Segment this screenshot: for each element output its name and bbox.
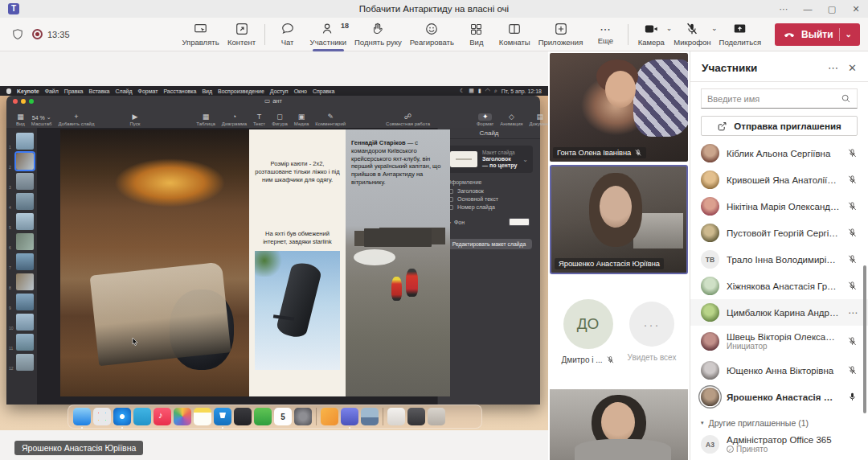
raise-hand-button[interactable]: Поднять руку	[350, 18, 406, 51]
slide-thumb-8[interactable]: 8	[16, 273, 34, 290]
slide-thumb-7[interactable]: 7	[16, 253, 34, 270]
video-tile-gonta[interactable]: Гонта Олена Іванівна	[550, 53, 688, 162]
menubar-item-help[interactable]: Справка	[313, 88, 334, 94]
background-row[interactable]: ▾ Фон	[448, 218, 530, 226]
see-all-button[interactable]: ··· Увидеть всех	[628, 302, 677, 362]
slide-thumb-1[interactable]: 1	[16, 133, 34, 150]
menubar-item-arrange[interactable]: Расстановка	[163, 88, 196, 94]
slide-thumb-5[interactable]: 5	[16, 213, 34, 230]
participant-row[interactable]: Кіблик Альона Сергіївна	[690, 140, 868, 166]
dock-calendar-icon[interactable]: 5	[274, 408, 292, 425]
window-maximize-button[interactable]: ▢	[820, 0, 844, 18]
other-invited-section[interactable]: ▾ Другие приглашенные (1)	[690, 410, 868, 431]
participant-row-self[interactable]: Ярошенко Анастасія Юріївна	[690, 384, 868, 410]
dock-finder-icon[interactable]	[73, 408, 91, 425]
react-button[interactable]: Вид Реагировать	[406, 18, 458, 51]
slide-thumb-10[interactable]: 10	[16, 314, 34, 331]
share-button[interactable]: Поделиться	[715, 18, 765, 51]
menubar-item-keynote[interactable]: Keynote	[17, 88, 39, 94]
video-tile-bottom[interactable]	[550, 389, 688, 460]
view-button[interactable]: Вид	[458, 18, 495, 51]
slide-number-checkbox[interactable]: Номер слайда	[448, 204, 530, 210]
dock-telegram-icon[interactable]	[133, 408, 151, 425]
leave-chevron-icon[interactable]: ⌄	[845, 30, 852, 39]
keynote-add-slide-button[interactable]: +Добавить слайд	[59, 113, 95, 126]
keynote-zoom-control[interactable]: 54 %⌄Масштаб	[31, 114, 52, 126]
content-button[interactable]: Контент	[223, 18, 260, 51]
traffic-lights[interactable]	[13, 99, 34, 104]
slide-thumb-12[interactable]: 12	[16, 354, 34, 371]
rooms-button[interactable]: Комнаты	[495, 18, 534, 51]
dock-numbers-icon[interactable]	[254, 408, 272, 425]
dock-music-icon[interactable]: ♪	[154, 408, 171, 425]
menubar-item-file[interactable]: Файл	[45, 88, 59, 94]
other-invited-row[interactable]: А3 Адміністратор Office 365 ✓ Принято	[690, 431, 868, 458]
dock-wallpaper-app-icon[interactable]	[361, 408, 379, 425]
send-invite-button[interactable]: Отправка приглашения	[701, 116, 858, 136]
keynote-format-button[interactable]: ✦Формат	[477, 113, 493, 126]
slide-thumb-2-selected[interactable]: 2	[16, 153, 34, 170]
dock-notes-icon[interactable]	[194, 408, 211, 425]
slide-thumb-9[interactable]: 9	[16, 294, 34, 310]
window-close-button[interactable]: ✕	[844, 0, 868, 18]
apps-button[interactable]: Приложения	[534, 18, 588, 51]
window-minimize-button[interactable]: —	[796, 0, 820, 18]
section-collapse-icon[interactable]: ▾	[701, 420, 704, 426]
manage-button[interactable]: Управлять	[178, 18, 223, 51]
participant-row[interactable]: Нікітіна Марія Олександрівна	[690, 193, 868, 220]
dock-minimized-window-icon[interactable]	[387, 408, 405, 425]
slide-layout-selector[interactable]: Макет слайда Заголовок — по центру ⌄	[445, 146, 533, 173]
keynote-collaborate-button[interactable]: ☍Совместная работа	[386, 113, 430, 126]
chat-button[interactable]: Чат	[269, 18, 306, 51]
edit-slide-layout-button[interactable]: Редактировать макет слайда	[446, 239, 532, 249]
keynote-chart-button[interactable]: ◔Диаграмма	[222, 113, 247, 126]
background-color-well[interactable]	[509, 218, 530, 226]
apple-menu-icon[interactable]	[6, 88, 11, 94]
dock-pen-app-icon[interactable]	[321, 408, 338, 425]
dnd-moon-icon[interactable]: ☾	[460, 88, 465, 94]
video-tile-yaroshenko-active[interactable]: Ярошенко Анастасія Юріївна	[550, 165, 688, 274]
dock-photos-icon[interactable]	[174, 408, 191, 425]
battery-icon[interactable]: ▮	[478, 88, 481, 94]
participant-row[interactable]: Пустовойт Георгій Сергійович	[690, 220, 868, 246]
dock-launchpad-icon[interactable]	[93, 408, 111, 425]
keynote-text-button[interactable]: TТекст	[253, 113, 265, 126]
dock-photo-editor-icon[interactable]	[234, 408, 252, 425]
menubar-clock[interactable]: Пт, 5 апр. 12:18	[502, 88, 542, 94]
participant-row[interactable]: Кривошей Яна Анатоліївна	[690, 166, 868, 193]
keynote-view-button[interactable]: ▦Вид	[16, 113, 25, 126]
keynote-shape-button[interactable]: ◻Фигура	[272, 113, 288, 126]
menubar-item-slide[interactable]: Слайд	[116, 88, 133, 94]
participant-row[interactable]: Ющенко Анна Вікторівна	[690, 357, 868, 384]
slide-thumb-6[interactable]: 6	[16, 233, 34, 250]
participant-more-button[interactable]: ⋯	[848, 307, 858, 318]
menubar-item-edit[interactable]: Правка	[64, 88, 84, 94]
camera-button[interactable]: ⌄ Камера	[633, 18, 669, 51]
dock-teams-icon[interactable]	[341, 408, 358, 425]
more-button[interactable]: ⋯ Еще	[587, 18, 624, 51]
menubar-item-insert[interactable]: Вставка	[89, 88, 110, 94]
panel-more-button[interactable]: ⋯	[828, 62, 838, 74]
spotlight-icon[interactable]: ⌕	[494, 88, 497, 94]
wifi-icon[interactable]: ◠	[485, 88, 490, 94]
current-slide[interactable]: Розмір каюти - 2х2, розташоване тільки л…	[60, 129, 450, 396]
overflow-participant-dmytro[interactable]: ДО Дмитро і ...	[562, 299, 615, 364]
participant-row[interactable]: ТВ Трало Інна Володимирівна	[690, 246, 868, 273]
menubar-item-window[interactable]: Окно	[294, 88, 307, 94]
menubar-item-format[interactable]: Формат	[138, 88, 158, 94]
keynote-table-button[interactable]: ▦Таблица	[196, 113, 215, 126]
participants-button[interactable]: 18 Участники	[306, 18, 350, 51]
panel-close-button[interactable]: ✕	[848, 62, 857, 74]
menubar-item-play[interactable]: Воспроизведение	[218, 88, 264, 94]
participant-row[interactable]: Хіжнякова Анастасія Григорі...	[690, 273, 868, 299]
body-text-checkbox[interactable]: Основной текст	[448, 196, 530, 202]
participant-row-hovered[interactable]: Цимбалюк Карина Андріївна ⋯	[690, 299, 868, 326]
slide-thumb-4[interactable]: 4	[16, 193, 34, 210]
panel-scrollbar[interactable]	[863, 265, 866, 413]
mic-button[interactable]: ⌄ Микрофон	[669, 18, 714, 51]
window-more-button[interactable]: ⋯	[772, 0, 796, 18]
dock-minimized-window-icon[interactable]	[407, 408, 425, 425]
keynote-media-button[interactable]: ▣Медиа	[294, 113, 309, 126]
leave-button[interactable]: Выйти ⌄	[775, 23, 860, 46]
slide-thumb-3[interactable]: 3	[16, 173, 34, 190]
